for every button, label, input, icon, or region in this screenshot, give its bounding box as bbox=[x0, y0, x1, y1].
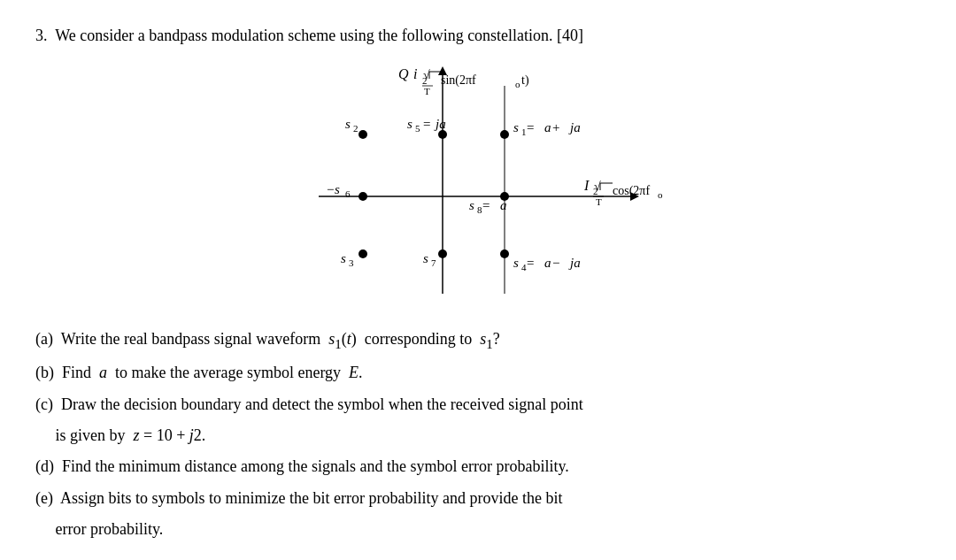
svg-text:3: 3 bbox=[349, 257, 354, 268]
svg-text:7: 7 bbox=[431, 257, 436, 268]
svg-text:a: a bbox=[544, 120, 551, 134]
part-e-line2: error probability. bbox=[35, 515, 921, 544]
svg-text:o: o bbox=[658, 189, 663, 200]
part-c-line2: is given by z = 10 + j2. bbox=[35, 421, 921, 450]
svg-text:=: = bbox=[527, 120, 534, 134]
svg-text:1: 1 bbox=[521, 127, 527, 137]
svg-text:s: s bbox=[345, 117, 351, 131]
svg-text:s: s bbox=[341, 251, 346, 265]
problem-number-label: 3. We consider a bandpass modulation sch… bbox=[35, 27, 583, 44]
svg-text:o: o bbox=[515, 79, 520, 89]
svg-text:6: 6 bbox=[345, 188, 351, 199]
svg-text:s: s bbox=[513, 256, 519, 270]
constellation-diagram: Q i √ 2 T sin(2πf o t) I √ 2 bbox=[35, 59, 921, 307]
svg-text:sin(2πf: sin(2πf bbox=[441, 73, 476, 88]
part-b: (b) Find a to make the average symbol en… bbox=[35, 358, 921, 387]
svg-text:2: 2 bbox=[593, 186, 598, 196]
svg-text:=: = bbox=[482, 198, 490, 212]
svg-text:−s: −s bbox=[326, 182, 340, 196]
svg-point-26 bbox=[500, 130, 509, 139]
svg-text:a: a bbox=[500, 198, 507, 212]
svg-text:2: 2 bbox=[422, 75, 428, 86]
svg-text:a: a bbox=[544, 256, 551, 270]
svg-text:s: s bbox=[407, 117, 412, 131]
part-c-line1: (c) Draw the decision boundary and detec… bbox=[35, 390, 921, 419]
problem-container: 3. We consider a bandpass modulation sch… bbox=[35, 27, 921, 544]
part-d: (d) Find the minimum distance among the … bbox=[35, 452, 921, 481]
svg-point-28 bbox=[358, 249, 367, 258]
constellation-svg: Q i √ 2 T sin(2πf o t) I √ 2 bbox=[292, 59, 664, 307]
svg-point-31 bbox=[358, 192, 367, 201]
svg-text:T: T bbox=[424, 86, 430, 96]
svg-text:s: s bbox=[513, 120, 519, 134]
svg-text:ja: ja bbox=[568, 120, 581, 134]
svg-point-29 bbox=[500, 249, 509, 258]
svg-text:2: 2 bbox=[353, 123, 358, 134]
svg-text:−: − bbox=[552, 256, 559, 270]
svg-text:t): t) bbox=[521, 73, 529, 88]
part-a: (a) Write the real bandpass signal wavef… bbox=[35, 325, 921, 357]
svg-text:5: 5 bbox=[415, 123, 420, 134]
svg-text:=: = bbox=[527, 256, 534, 270]
part-e-line1: (e) Assign bits to symbols to minimize t… bbox=[35, 484, 921, 513]
svg-text:ja: ja bbox=[434, 117, 446, 131]
problem-statement: 3. We consider a bandpass modulation sch… bbox=[35, 27, 921, 45]
svg-text:cos(2πf: cos(2πf bbox=[613, 184, 650, 198]
svg-text:s: s bbox=[423, 251, 428, 265]
svg-text:T: T bbox=[596, 196, 602, 207]
svg-text:I: I bbox=[583, 178, 590, 193]
svg-text:+: + bbox=[552, 120, 559, 134]
svg-text:=: = bbox=[423, 117, 430, 131]
svg-text:ja: ja bbox=[568, 256, 581, 270]
problem-parts: (a) Write the real bandpass signal wavef… bbox=[35, 325, 921, 544]
svg-text:Q: Q bbox=[398, 66, 409, 81]
svg-text:i: i bbox=[413, 66, 417, 81]
svg-point-27 bbox=[358, 130, 367, 139]
svg-text:s: s bbox=[469, 198, 474, 212]
